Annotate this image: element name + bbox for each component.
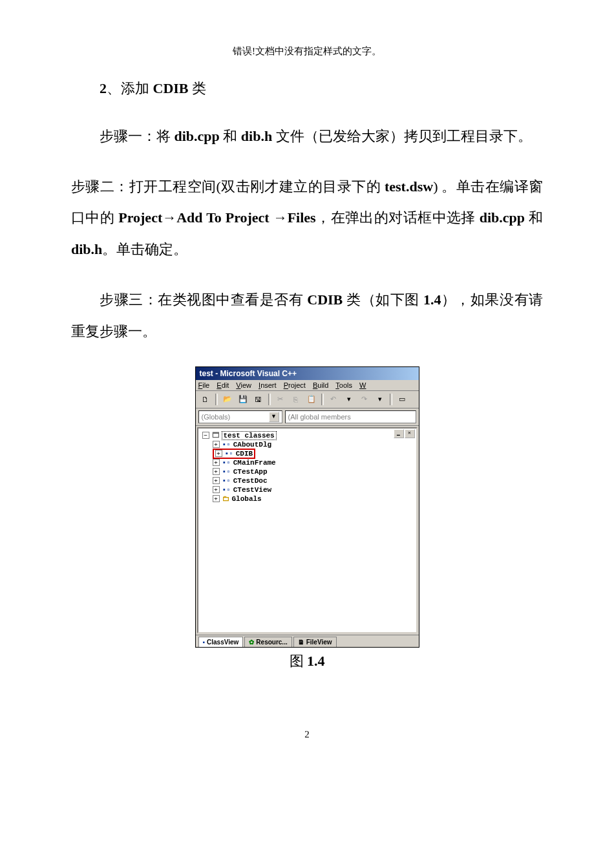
menu-edit[interactable]: Edit: [217, 381, 229, 389]
folder-icon: 🗀: [222, 494, 229, 503]
tab-classview[interactable]: ▪ ClassView: [198, 637, 244, 647]
open-icon[interactable]: 📂: [220, 393, 235, 406]
combo-text: (All global members: [288, 413, 351, 421]
chevron-down-icon[interactable]: ▼: [269, 412, 279, 422]
tree-item[interactable]: +▪▫CDIB: [202, 449, 412, 458]
toolbar-separator: [215, 394, 218, 405]
expand-icon[interactable]: +: [213, 495, 220, 502]
expand-icon[interactable]: +: [213, 441, 220, 448]
tree-root-label: test classes: [222, 431, 277, 440]
menu-file[interactable]: File: [198, 381, 210, 389]
class-icon: ▪▫: [222, 477, 231, 485]
arrow-icon: →: [162, 209, 176, 226]
expand-icon[interactable]: +: [215, 450, 222, 457]
pane-controls: ▁ ✕: [394, 429, 415, 438]
step2-paragraph: 步骤二：打开工程空间(双击刚才建立的目录下的 test.dsw) 。单击在编译窗…: [71, 171, 543, 265]
cut-icon[interactable]: ✂: [273, 393, 288, 406]
tab-label: FileView: [306, 639, 332, 646]
page-number: 2: [71, 729, 543, 740]
vc-window: test - Microsoft Visual C++ File Edit Vi…: [195, 366, 419, 648]
collapse-icon[interactable]: −: [202, 432, 209, 439]
step2-files: Files: [288, 209, 316, 226]
expand-icon[interactable]: +: [213, 468, 220, 475]
class-icon: ▪▫: [222, 459, 231, 467]
tree-item-label: CTestDoc: [233, 477, 268, 485]
caption-pre: 图: [290, 653, 308, 669]
tree-item[interactable]: +🗀Globals: [202, 494, 412, 503]
tab-label: Resourc...: [256, 639, 287, 646]
section-num: 2: [100, 80, 107, 96]
tab-resourceview[interactable]: ✿ Resourc...: [244, 637, 291, 647]
workspace-icon[interactable]: ▭: [395, 393, 409, 406]
step2-f1: dib.cpp: [480, 209, 525, 226]
combo-text: (Globals): [202, 413, 231, 421]
paste-icon[interactable]: 📋: [304, 393, 319, 406]
undo-icon[interactable]: ↶: [326, 393, 341, 406]
highlight-box: +▪▫CDIB: [213, 449, 256, 459]
class-icon: ▪▫: [222, 468, 231, 476]
step3-mid: 类（如下图: [343, 291, 423, 308]
section-suffix: 类: [189, 80, 207, 96]
close-icon[interactable]: ✕: [405, 429, 415, 438]
workspace-tabs: ▪ ClassView ✿ Resourc... 🗎 FileView: [196, 635, 419, 647]
document-page: 错误!文档中没有指定样式的文字。 2、添加 CDIB 类 步骤一：将 dib.c…: [0, 0, 614, 779]
tree-item[interactable]: +▪▫CTestApp: [202, 467, 412, 476]
dropdown-icon[interactable]: ▾: [342, 393, 356, 406]
file-icon: 🗎: [298, 639, 304, 646]
embedded-screenshot: test - Microsoft Visual C++ File Edit Vi…: [71, 366, 543, 671]
tree-root-row[interactable]: − 🗔 test classes: [202, 431, 412, 440]
step3-prefix: 步骤三：在类视图中查看是否有: [100, 291, 307, 308]
expand-icon[interactable]: +: [213, 459, 220, 466]
tree-item[interactable]: +▪▫CAboutDlg: [202, 440, 412, 449]
step1-file2: dib.h: [241, 128, 272, 144]
redo-icon[interactable]: ↷: [357, 393, 372, 406]
expand-icon[interactable]: +: [213, 477, 220, 484]
globals-combo[interactable]: (Globals) ▼: [198, 410, 282, 423]
tree-item-label: CDIB: [236, 450, 253, 458]
menu-insert[interactable]: Insert: [259, 381, 277, 389]
new-file-icon[interactable]: 🗋: [198, 393, 213, 406]
section-action: 添加: [121, 80, 153, 96]
vc-menubar[interactable]: File Edit View Insert Project Build Tool…: [196, 380, 419, 391]
toolbar-separator: [321, 394, 324, 405]
toolbar-separator: [268, 394, 271, 405]
class-icon: ▪▫: [225, 450, 233, 458]
dropdown-icon[interactable]: ▾: [373, 393, 387, 406]
classview-pane: ▁ ✕ − 🗔 test classes +▪▫CAboutDlg+▪▫CDIB…: [197, 427, 418, 633]
tab-fileview[interactable]: 🗎 FileView: [293, 637, 337, 647]
tree-item[interactable]: +▪▫CTestDoc: [202, 476, 412, 485]
tree-item[interactable]: +▪▫CMainFrame: [202, 458, 412, 467]
step2-f2: dib.h: [71, 241, 102, 257]
resource-icon: ✿: [249, 639, 254, 646]
section-heading: 2、添加 CDIB 类: [71, 76, 543, 101]
caption-num: 1.4: [307, 653, 325, 669]
workspace-icon: 🗔: [212, 431, 219, 439]
step1-prefix: 步骤一：将: [100, 128, 175, 144]
step2-end: 。单击确定。: [102, 241, 187, 257]
vc-title-text: test - Microsoft Visual C++: [200, 369, 297, 378]
copy-icon[interactable]: ⎘: [289, 393, 303, 406]
vc-titlebar: test - Microsoft Visual C++: [196, 367, 419, 380]
tree-item[interactable]: +▪▫CTestView: [202, 485, 412, 494]
step2-mid: 在弹出的对话框中选择: [331, 209, 480, 226]
menu-view[interactable]: View: [236, 381, 251, 389]
figure-caption: 图 1.4: [71, 651, 543, 671]
tree-item-label: CTestApp: [233, 468, 268, 476]
menu-tools[interactable]: Tools: [335, 381, 352, 389]
expand-icon[interactable]: +: [213, 486, 220, 493]
minimize-icon[interactable]: ▁: [394, 429, 404, 438]
step1-paragraph: 步骤一：将 dib.cpp 和 dib.h 文件（已发给大家）拷贝到工程目录下。: [71, 121, 543, 152]
step1-file1: dib.cpp: [175, 128, 220, 144]
step2-line1: 步骤二：打开工程空间(双击刚才建立的目录下的: [71, 178, 381, 195]
members-combo[interactable]: (All global members: [285, 410, 416, 423]
step2-and: 和: [525, 209, 543, 226]
save-icon[interactable]: 💾: [236, 393, 250, 406]
saveall-icon[interactable]: 🖫: [251, 393, 266, 406]
menu-build[interactable]: Build: [313, 381, 328, 389]
step2-file: test.dsw: [385, 178, 433, 195]
menu-window[interactable]: W: [359, 381, 366, 389]
step1-mid: 和: [220, 128, 241, 144]
step3-paragraph: 步骤三：在类视图中查看是否有 CDIB 类（如下图 1.4），如果没有请重复步骤…: [71, 284, 543, 347]
menu-project[interactable]: Project: [284, 381, 306, 389]
tree-item-label: CMainFrame: [233, 459, 276, 467]
